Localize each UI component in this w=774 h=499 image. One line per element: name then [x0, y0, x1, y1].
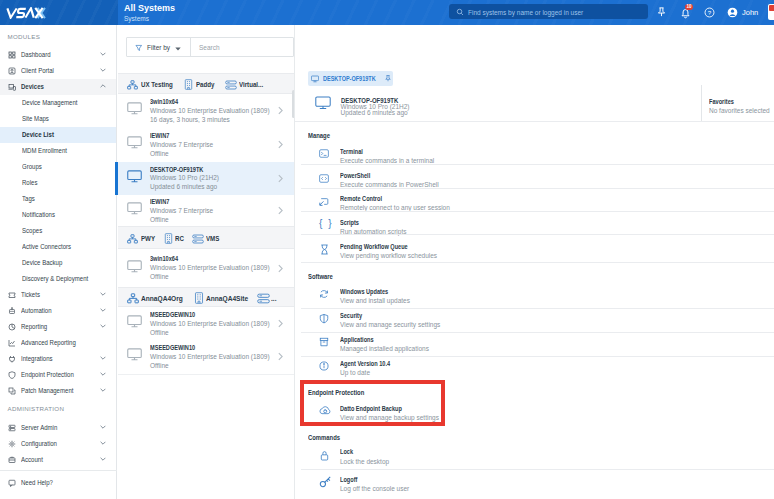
svg-text:?: ? — [708, 9, 712, 16]
